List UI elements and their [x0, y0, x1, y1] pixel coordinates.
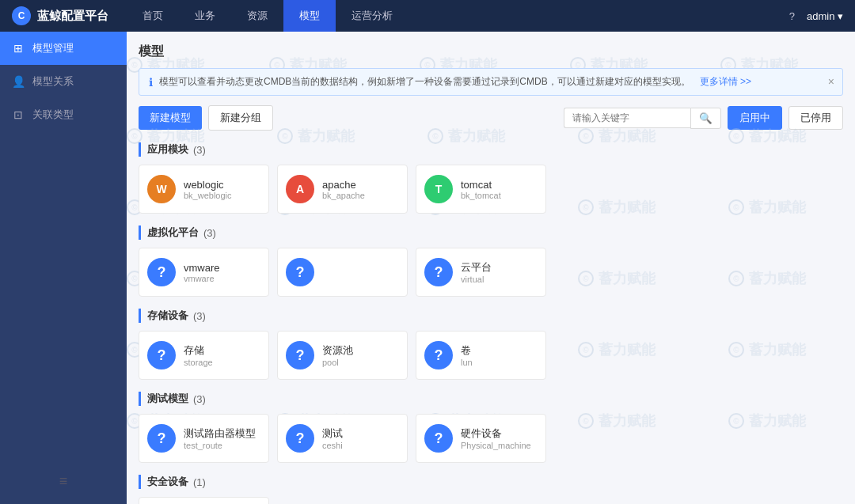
model-icon-question: ? [147, 424, 176, 453]
section-count: (3) [193, 393, 206, 405]
inactive-status-button[interactable]: 已停用 [788, 106, 843, 130]
model-card-virtualization-2[interactable]: ? 云平台 virtual [416, 248, 546, 297]
sidebar-item-label-model-relation: 模型关系 [32, 74, 74, 89]
model-icon-question: ? [147, 258, 176, 286]
nav-items: 首页 业务 资源 模型 运营分析 [127, 0, 777, 32]
logo-icon: C [12, 6, 31, 25]
model-name: weblogic [184, 179, 260, 191]
model-id: storage [184, 358, 260, 367]
info-banner: ℹ 模型可以查看并动态更改CMDB当前的数据结构，例如新增了一种设备需要通过记录… [139, 68, 843, 96]
section-header-virtualization: 虚拟化平台 (3) [139, 225, 843, 240]
model-id: ceshi [322, 441, 399, 450]
logo-text: 蓝鲸配置平台 [37, 9, 108, 24]
model-grid-virtualization: ? vmware vmware ? ? 云平台 virtual [139, 248, 843, 297]
content-area: © 蓄力赋能 © 蓄力赋能 © 蓄力赋能 © 蓄力赋能 © 蓄力赋能 © 蓄力赋… [127, 32, 855, 504]
sidebar-item-model-relation[interactable]: 👤 模型关系 [0, 65, 127, 98]
model-id: test_route [184, 441, 260, 450]
model-id: bk_tomcat [461, 191, 538, 200]
model-card-web-apps-2[interactable]: T tomcat bk_tomcat [416, 165, 546, 214]
section-count: (1) [193, 476, 206, 488]
sidebar-item-association-type[interactable]: ⊡ 关联类型 [0, 98, 127, 131]
model-id: vmware [184, 274, 260, 283]
model-info: 硬件设备 Physical_machine [461, 426, 538, 450]
model-info: tomcat bk_tomcat [461, 179, 538, 200]
model-id: bk_weblogic [184, 191, 260, 200]
model-info: 测试 ceshi [322, 426, 399, 450]
nav-item-operations[interactable]: 运营分析 [336, 0, 408, 32]
model-card-virtualization-1[interactable]: ? [277, 248, 408, 297]
sidebar-item-model-manage[interactable]: ⊞ 模型管理 [0, 32, 127, 65]
model-icon-letter: A [286, 175, 314, 203]
model-icon-question: ? [424, 258, 453, 286]
model-card-test-models-2[interactable]: ? 硬件设备 Physical_machine [416, 414, 546, 463]
active-status-button[interactable]: 启用中 [728, 106, 782, 130]
section-header-web-apps: 应用模块 (3) [139, 142, 843, 157]
model-grid-web-apps: W weblogic bk_weblogic A apache bk_apach… [139, 165, 843, 214]
model-grid-security: ? 安全设备 szzqx_aqsb_hw [139, 497, 843, 504]
section-header-security: 安全设备 (1) [139, 475, 843, 489]
new-model-button[interactable]: 新建模型 [139, 106, 202, 130]
model-icon-question: ? [147, 341, 176, 369]
model-card-storage-0[interactable]: ? 存储 storage [139, 331, 269, 380]
model-card-virtualization-0[interactable]: ? vmware vmware [139, 248, 269, 297]
search-button[interactable]: 🔍 [690, 108, 721, 129]
sidebar: ⊞ 模型管理 👤 模型关系 ⊡ 关联类型 ≡ [0, 32, 127, 504]
logo: C 蓝鲸配置平台 [0, 6, 127, 25]
section-title: 存储设备 [147, 309, 188, 323]
model-id: bk_apache [322, 191, 399, 200]
section-test-models: 测试模型 (3)? 测试路由器模型 test_route ? 测试 ceshi … [139, 392, 843, 463]
section-virtualization: 虚拟化平台 (3)? vmware vmware ? ? 云平台 virtual [139, 225, 843, 297]
section-title: 安全设备 [147, 475, 188, 489]
model-info: weblogic bk_weblogic [184, 179, 260, 200]
model-grid-test-models: ? 测试路由器模型 test_route ? 测试 ceshi ? 硬件设备 P… [139, 414, 843, 463]
model-info: vmware vmware [184, 262, 260, 283]
sidebar-item-label-model-manage: 模型管理 [32, 41, 74, 55]
model-name: 卷 [461, 343, 538, 358]
section-web-apps: 应用模块 (3)W weblogic bk_weblogic A apache … [139, 142, 843, 214]
toolbar: 新建模型 新建分组 🔍 启用中 已停用 [139, 105, 843, 131]
page-title: 模型 [139, 44, 843, 60]
top-navigation: C 蓝鲸配置平台 首页 业务 资源 模型 运营分析 ? admin ▾ [0, 0, 855, 32]
nav-item-resource[interactable]: 资源 [231, 0, 283, 32]
model-icon-question: ? [424, 341, 453, 369]
model-card-web-apps-0[interactable]: W weblogic bk_weblogic [139, 165, 269, 214]
model-id: lun [461, 358, 538, 367]
model-card-storage-2[interactable]: ? 卷 lun [416, 331, 546, 380]
model-grid-storage: ? 存储 storage ? 资源池 pool ? 卷 lun [139, 331, 843, 380]
nav-item-model[interactable]: 模型 [283, 0, 336, 32]
nav-item-home[interactable]: 首页 [127, 0, 179, 32]
model-card-test-models-0[interactable]: ? 测试路由器模型 test_route [139, 414, 269, 463]
model-card-storage-1[interactable]: ? 资源池 pool [277, 331, 408, 380]
model-icon-question: ? [286, 258, 314, 286]
nav-right: ? admin ▾ [777, 10, 855, 22]
nav-item-business[interactable]: 业务 [179, 0, 231, 32]
model-name: 云平台 [461, 260, 538, 275]
section-storage: 存储设备 (3)? 存储 storage ? 资源池 pool ? 卷 lun [139, 309, 843, 380]
sidebar-collapse-icon[interactable]: ≡ [8, 467, 119, 496]
more-details-link[interactable]: 更多详情 >> [700, 75, 751, 89]
section-security: 安全设备 (1)? 安全设备 szzqx_aqsb_hw [139, 475, 843, 504]
help-icon[interactable]: ? [789, 10, 795, 22]
model-icon-letter: T [424, 175, 453, 203]
model-name: 测试 [322, 426, 399, 441]
model-card-security-0[interactable]: ? 安全设备 szzqx_aqsb_hw [139, 497, 269, 504]
model-name: 资源池 [322, 343, 399, 358]
user-menu[interactable]: admin ▾ [807, 10, 843, 22]
model-card-web-apps-1[interactable]: A apache bk_apache [277, 165, 408, 214]
section-title: 虚拟化平台 [147, 225, 199, 240]
main-layout: ⊞ 模型管理 👤 模型关系 ⊡ 关联类型 ≡ © 蓄力赋能 © 蓄力赋能 © 蓄… [0, 32, 855, 504]
new-group-button[interactable]: 新建分组 [208, 105, 273, 131]
section-count: (3) [193, 310, 206, 322]
section-title: 应用模块 [147, 142, 188, 157]
search-input[interactable] [564, 108, 690, 128]
section-title: 测试模型 [147, 392, 188, 406]
model-card-test-models-1[interactable]: ? 测试 ceshi [277, 414, 408, 463]
model-id: Physical_machine [461, 441, 538, 450]
model-info: 资源池 pool [322, 343, 399, 367]
model-icon-letter: W [147, 175, 176, 203]
section-count: (3) [193, 144, 206, 156]
sections-container: 应用模块 (3)W weblogic bk_weblogic A apache … [139, 142, 843, 504]
info-banner-close[interactable]: × [828, 75, 834, 88]
model-icon-question: ? [286, 341, 314, 369]
model-id: pool [322, 358, 399, 367]
